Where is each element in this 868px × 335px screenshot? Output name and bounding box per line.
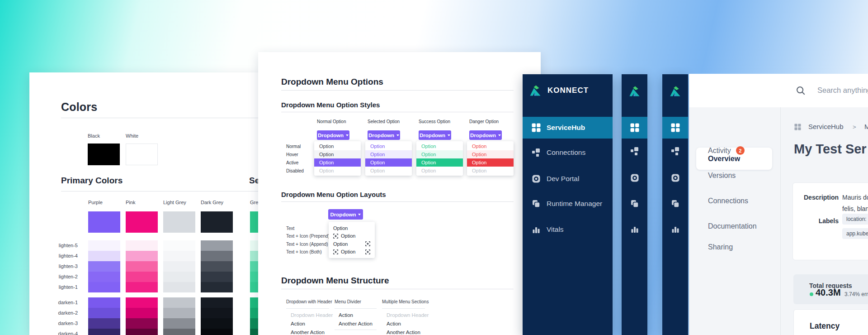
sidebar-item-dev-portal[interactable]: Dev Portal	[523, 171, 613, 187]
color-swatch	[163, 272, 195, 282]
status-dot	[810, 292, 813, 296]
menu-option[interactable]: Option	[365, 158, 412, 167]
breadcrumb-servicehub[interactable]: ServiceHub	[808, 123, 844, 130]
tab-sharing[interactable]: Sharing	[708, 242, 733, 253]
sidebar-item-servicehub[interactable]	[662, 117, 688, 139]
breadcrumb	[794, 124, 801, 130]
sidebar-item-connections[interactable]: Connections	[523, 144, 613, 161]
color-swatch	[250, 282, 259, 292]
divider	[281, 201, 514, 202]
color-swatch	[88, 297, 120, 308]
menu-action-item[interactable]: Action	[339, 311, 353, 320]
menu-option[interactable]: Option	[365, 142, 412, 150]
state-row-label: Normal	[286, 143, 301, 151]
menu-option[interactable]: Option	[329, 224, 375, 232]
runtime-manager-icon	[630, 199, 639, 208]
menu-option-label: Option	[333, 241, 348, 247]
menu-option[interactable]: Option	[416, 167, 463, 175]
menu-option[interactable]: Option	[314, 167, 361, 175]
menu-action-item[interactable]: Action	[387, 320, 401, 328]
menu-option-label: Option	[341, 249, 355, 254]
sidebar-item-dev-portal[interactable]	[662, 170, 688, 186]
menu-option[interactable]: Option	[365, 150, 412, 158]
layout-row-label: Text + Icon (Both)	[286, 248, 322, 256]
color-swatch	[126, 240, 158, 251]
dropdown-button-label: Dropdown	[318, 133, 344, 138]
menu-option[interactable]: Option	[467, 158, 514, 167]
divider	[780, 107, 781, 335]
konnect-logo[interactable]: KONNECT	[529, 84, 589, 97]
menu-option[interactable]: Option	[416, 142, 463, 150]
color-swatch	[250, 308, 259, 318]
tab-documentation[interactable]: Documentation	[708, 221, 757, 232]
search-input[interactable]: Search anything	[817, 86, 868, 95]
shade-row-label: darken-3	[54, 318, 78, 329]
menu-option[interactable]: Option	[329, 240, 375, 248]
colors-styleguide-panel: Colors Black White Primary Colors Second…	[29, 72, 259, 335]
menu-option[interactable]: Option	[329, 248, 375, 256]
servicehub-app-panel: Search anything Overview Activity 2 Vers…	[689, 74, 868, 335]
sidebar-item-vitals[interactable]	[622, 221, 647, 237]
tab-versions[interactable]: Versions	[708, 170, 736, 181]
structure-group-label: Multiple Menu Sections	[382, 299, 429, 304]
color-swatch	[163, 318, 195, 329]
tab-activity[interactable]: Activity	[708, 145, 731, 156]
menu-option[interactable]: Option	[365, 167, 412, 175]
dev-portal-icon	[630, 173, 639, 182]
color-swatch	[163, 261, 195, 272]
menu-option[interactable]: Option	[416, 150, 463, 158]
sidebar-item-connections[interactable]	[662, 143, 688, 159]
color-swatch	[163, 211, 195, 233]
color-swatch	[163, 329, 195, 335]
shade-row-label: darken-4	[54, 329, 78, 335]
layout-row-label: Text + Icon (Prepend)	[286, 232, 330, 240]
lighten-swatches	[201, 240, 233, 292]
layout-row-label: Text	[286, 225, 294, 232]
dropdown-button[interactable]: Dropdown	[469, 130, 502, 140]
sidebar-item-servicehub[interactable]: ServiceHub	[523, 117, 613, 139]
menu-option[interactable]: Option	[314, 150, 361, 158]
shade-row-label: lighten-1	[54, 282, 78, 292]
konnect-brand-text: KONNECT	[547, 86, 589, 95]
latency-card: Latency	[793, 309, 868, 335]
dropdown-button[interactable]: Dropdown	[317, 130, 349, 140]
lighten-swatches	[163, 240, 195, 292]
divider	[249, 191, 259, 191]
menu-option[interactable]: Option	[314, 158, 361, 167]
dropdown-button[interactable]: Dropdown	[328, 209, 363, 220]
menu-option[interactable]: Option	[467, 142, 514, 150]
menu-action-item[interactable]: Another Action	[339, 320, 373, 328]
sidebar-item-servicehub[interactable]	[622, 117, 647, 139]
tab-connections[interactable]: Connections	[708, 196, 748, 206]
menu-action-item[interactable]: Action	[291, 320, 305, 328]
menu-option[interactable]: Option	[467, 150, 514, 158]
color-swatch	[163, 282, 195, 292]
breadcrumb-current: M	[864, 123, 868, 130]
sidebar-item-runtime-manager[interactable]	[622, 196, 647, 212]
connections-icon	[532, 148, 541, 157]
sidebar-item-runtime-manager[interactable]	[662, 196, 688, 212]
search-icon[interactable]	[796, 86, 806, 96]
dropdown-button[interactable]: Dropdown	[368, 130, 400, 140]
style-column-label: Normal Option	[317, 119, 346, 124]
divider	[281, 289, 514, 289]
dropdown-layout-menu: Option Option Option Option	[329, 222, 375, 258]
color-swatch	[126, 211, 158, 233]
konnect-sidebar-collapsed	[622, 74, 647, 335]
menu-option[interactable]: Option	[329, 232, 375, 240]
menu-action-item[interactable]: Another Action	[387, 328, 420, 335]
menu-option[interactable]: Option	[467, 167, 514, 175]
option-styles-title: Dropdown Menu Option Styles	[281, 101, 380, 109]
sidebar-item-runtime-manager[interactable]: Runtime Manager	[523, 196, 613, 212]
menu-option[interactable]: Option	[416, 158, 463, 167]
sidebar-item-vitals[interactable]	[662, 221, 688, 237]
dropdown-button[interactable]: Dropdown	[419, 130, 451, 140]
color-swatch	[250, 272, 259, 282]
sidebar-item-vitals[interactable]: Vitals	[523, 221, 613, 238]
chevron-down-icon	[498, 134, 501, 136]
color-swatch	[88, 261, 120, 272]
menu-action-item[interactable]: Another Action	[291, 328, 325, 335]
sidebar-item-connections[interactable]	[622, 143, 647, 159]
menu-option[interactable]: Option	[314, 142, 361, 150]
sidebar-item-dev-portal[interactable]	[622, 170, 647, 186]
